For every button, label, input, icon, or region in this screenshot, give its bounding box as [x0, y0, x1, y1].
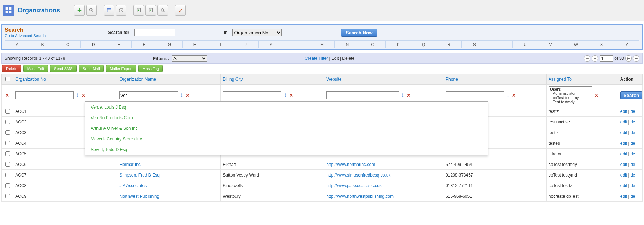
clear-org-no-icon[interactable]: ✕ [82, 93, 85, 98]
pager-next-button[interactable]: ▶ [625, 55, 632, 62]
sort-org-no-icon[interactable]: ⇣ [76, 93, 79, 98]
clear-all-filters-icon[interactable]: ✕ [5, 93, 9, 98]
alpha-Q[interactable]: Q [411, 41, 436, 48]
search-tool-button[interactable] [86, 5, 97, 16]
filters-select[interactable]: All [172, 55, 207, 62]
org-name-link[interactable]: Simpson, Fred B Esq [119, 173, 159, 178]
pager-page-input[interactable] [600, 55, 613, 62]
col-org-name[interactable]: Organization Name [119, 77, 156, 82]
mass-delete-button[interactable]: Delete [2, 65, 21, 72]
alpha-O[interactable]: O [360, 41, 386, 48]
row-delete-link[interactable]: de [631, 130, 635, 135]
row-delete-link[interactable]: de [631, 183, 635, 188]
row-checkbox[interactable] [5, 173, 10, 177]
alpha-J[interactable]: J [233, 41, 259, 48]
col-org-no[interactable]: Organization No [15, 77, 46, 82]
search-for-input[interactable] [134, 29, 175, 36]
row-delete-link[interactable]: de [631, 173, 635, 178]
sort-city-icon[interactable]: ⇣ [284, 93, 287, 98]
filter-phone-input[interactable] [446, 91, 504, 99]
row-delete-link[interactable]: de [631, 151, 635, 156]
alpha-V[interactable]: V [538, 41, 564, 48]
row-checkbox[interactable] [5, 162, 10, 167]
row-edit-link[interactable]: edit [620, 120, 627, 125]
search-now-button[interactable]: Search Now [341, 29, 377, 37]
assigned-option[interactable]: Test testmdy [549, 100, 592, 104]
sort-org-name-icon[interactable]: ⇣ [180, 93, 184, 98]
alpha-K[interactable]: K [259, 41, 284, 48]
row-edit-link[interactable]: edit [620, 151, 627, 156]
website-link[interactable]: http://www.simpsonfredbesq.co.uk [326, 173, 390, 178]
autocomplete-item[interactable]: Severt, Todd D Esq [85, 144, 488, 155]
row-edit-link[interactable]: edit [620, 109, 627, 114]
alpha-H[interactable]: H [183, 41, 208, 48]
row-delete-link[interactable]: de [631, 120, 635, 125]
col-billing-city[interactable]: Billing City [223, 77, 243, 82]
pager-prev-button[interactable]: ◀ [592, 55, 598, 62]
filter-website-input[interactable] [326, 91, 399, 99]
row-edit-link[interactable]: edit [620, 194, 627, 199]
clear-city-icon[interactable]: ✕ [289, 93, 293, 98]
import-button[interactable] [133, 5, 144, 16]
col-phone[interactable]: Phone [446, 77, 458, 82]
clear-assigned-icon[interactable]: ✕ [595, 93, 598, 98]
alpha-D[interactable]: D [81, 41, 106, 48]
org-name-link[interactable]: Hermar Inc [119, 162, 140, 167]
org-name-link[interactable]: J A Associates [119, 183, 147, 188]
row-delete-link[interactable]: de [631, 162, 635, 167]
autocomplete-item[interactable]: Arthur A Oliver & Son Inc [85, 123, 488, 134]
row-checkbox[interactable] [5, 194, 10, 198]
row-delete-link[interactable]: de [631, 141, 635, 146]
filter-city-input[interactable] [223, 91, 281, 99]
alpha-X[interactable]: X [589, 41, 614, 48]
search-in-select[interactable]: Organization No [232, 29, 282, 36]
org-name-link[interactable]: Northwest Publishing [119, 194, 159, 199]
alpha-S[interactable]: S [462, 41, 487, 48]
alpha-B[interactable]: B [30, 41, 55, 48]
alpha-G[interactable]: G [157, 41, 183, 48]
sort-website-icon[interactable]: ⇣ [401, 93, 405, 98]
row-checkbox[interactable] [5, 141, 10, 145]
alpha-U[interactable]: U [513, 41, 538, 48]
row-edit-link[interactable]: edit [620, 183, 627, 188]
send-sms-button[interactable]: Send SMS [50, 65, 77, 72]
website-link[interactable]: http://www.northwestpublishing.com [326, 194, 394, 199]
autocomplete-item[interactable]: Maverik Country Stores Inc [85, 134, 488, 144]
column-search-button[interactable]: Search [620, 91, 642, 99]
clock-button[interactable] [116, 5, 126, 16]
alpha-C[interactable]: C [55, 41, 81, 48]
filter-org-name-input[interactable] [119, 91, 178, 99]
col-assigned[interactable]: Assigned To [549, 77, 572, 82]
mass-tag-button[interactable]: Mass Tag [138, 65, 163, 72]
row-edit-link[interactable]: edit [620, 162, 627, 167]
calendar-button[interactable] [104, 5, 114, 16]
alpha-E[interactable]: E [106, 41, 132, 48]
alpha-A[interactable]: A [5, 41, 30, 48]
filter-org-no-input[interactable] [15, 91, 74, 99]
pager-last-button[interactable]: ⏭ [633, 55, 639, 62]
clear-phone-icon[interactable]: ✕ [512, 93, 516, 98]
clear-org-name-icon[interactable]: ✕ [186, 93, 190, 98]
row-checkbox[interactable] [5, 120, 10, 124]
export-button[interactable] [145, 5, 156, 16]
alpha-N[interactable]: N [335, 41, 360, 48]
row-checkbox[interactable] [5, 130, 10, 135]
mass-edit-button[interactable]: Mass Edit [23, 65, 48, 72]
col-website[interactable]: Website [326, 77, 341, 82]
alpha-M[interactable]: M [309, 41, 335, 48]
row-checkbox[interactable] [5, 151, 10, 156]
row-delete-link[interactable]: de [631, 194, 635, 199]
mailer-export-button[interactable]: Mailer Export [106, 65, 137, 72]
autocomplete-item[interactable]: Veri Nu Products Corp [85, 112, 488, 123]
send-mail-button[interactable]: Send Mail [79, 65, 104, 72]
add-record-button[interactable] [74, 5, 85, 16]
assigned-option[interactable]: cbTest testdmy [549, 96, 592, 100]
select-all-checkbox[interactable] [5, 77, 10, 81]
alpha-P[interactable]: P [386, 41, 411, 48]
row-edit-link[interactable]: edit [620, 173, 627, 178]
pager-first-button[interactable]: ⏮ [584, 55, 590, 62]
website-link[interactable]: http://www.jaassociates.co.uk [326, 183, 382, 188]
filter-assigned-select[interactable]: UsersAdministratorcbTest testdmyTest tes… [549, 86, 592, 104]
row-edit-link[interactable]: edit [620, 141, 627, 146]
hammer-settings-button[interactable] [175, 5, 186, 16]
